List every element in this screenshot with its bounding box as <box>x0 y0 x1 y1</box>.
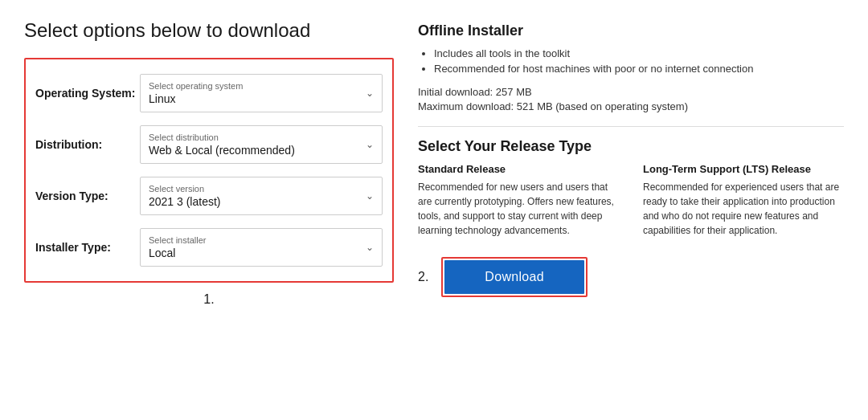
right-panel: Offline Installer Includes all tools in … <box>418 19 844 401</box>
step-1-label: 1. <box>24 292 394 307</box>
os-select-label: Select operating system <box>149 81 374 91</box>
page-title: Select options below to download <box>24 19 394 42</box>
os-chevron-down-icon: ⌄ <box>366 88 374 99</box>
lts-release-desc: Recommended for experienced users that a… <box>643 180 844 238</box>
release-type-section: Select Your Release Type Standard Releas… <box>418 138 844 238</box>
installer-type-row: Installer Type: Select installer Local ⌄ <box>35 222 383 273</box>
installer-type-select[interactable]: Select installer Local ⌄ <box>140 228 383 267</box>
bullet-2: Recommended for host machines with poor … <box>434 63 844 75</box>
section-divider <box>418 126 844 127</box>
operating-system-label: Operating System: <box>35 87 140 100</box>
distribution-row: Distribution: Select distribution Web & … <box>35 119 383 170</box>
step-2-label: 2. <box>418 270 428 284</box>
offline-installer-title: Offline Installer <box>418 22 844 39</box>
installer-type-label: Installer Type: <box>35 241 140 254</box>
download-area: 2. Download <box>418 257 844 297</box>
download-btn-wrapper: Download <box>441 257 588 297</box>
page-container: Select options below to download Operati… <box>0 0 868 420</box>
dist-chevron-down-icon: ⌄ <box>366 139 374 150</box>
version-type-select[interactable]: Select version 2021 3 (latest) ⌄ <box>140 177 383 215</box>
bullet-1: Includes all tools in the toolkit <box>434 47 844 59</box>
dist-select-value: Web & Local (recommended) <box>149 144 374 157</box>
operating-system-row: Operating System: Select operating syste… <box>35 67 383 119</box>
lts-release-title: Long-Term Support (LTS) Release <box>643 163 844 175</box>
initial-download-info: Initial download: 257 MB <box>418 86 844 98</box>
installer-select-label: Select installer <box>149 235 374 245</box>
download-button[interactable]: Download <box>444 260 584 294</box>
options-box: Operating System: Select operating syste… <box>24 58 394 283</box>
version-select-label: Select version <box>149 184 374 194</box>
release-columns: Standard Release Recommended for new use… <box>418 163 844 238</box>
release-type-title: Select Your Release Type <box>418 138 844 155</box>
version-select-value: 2021 3 (latest) <box>149 195 374 208</box>
distribution-select[interactable]: Select distribution Web & Local (recomme… <box>140 125 383 164</box>
installer-select-value: Local <box>149 247 374 259</box>
standard-release-col: Standard Release Recommended for new use… <box>418 163 619 238</box>
version-type-row: Version Type: Select version 2021 3 (lat… <box>35 170 383 222</box>
operating-system-select[interactable]: Select operating system Linux ⌄ <box>140 74 383 112</box>
installer-chevron-down-icon: ⌄ <box>366 242 374 253</box>
version-type-label: Version Type: <box>35 190 140 202</box>
os-select-value: Linux <box>149 92 374 105</box>
max-download-info: Maximum download: 521 MB (based on opera… <box>418 100 844 112</box>
version-chevron-down-icon: ⌄ <box>366 190 374 202</box>
left-panel: Select options below to download Operati… <box>24 19 394 401</box>
distribution-label: Distribution: <box>35 138 140 151</box>
dist-select-label: Select distribution <box>149 133 374 142</box>
standard-release-desc: Recommended for new users and users that… <box>418 180 619 238</box>
offline-installer-list: Includes all tools in the toolkit Recomm… <box>418 47 844 78</box>
lts-release-col: Long-Term Support (LTS) Release Recommen… <box>643 163 844 238</box>
standard-release-title: Standard Release <box>418 163 619 175</box>
